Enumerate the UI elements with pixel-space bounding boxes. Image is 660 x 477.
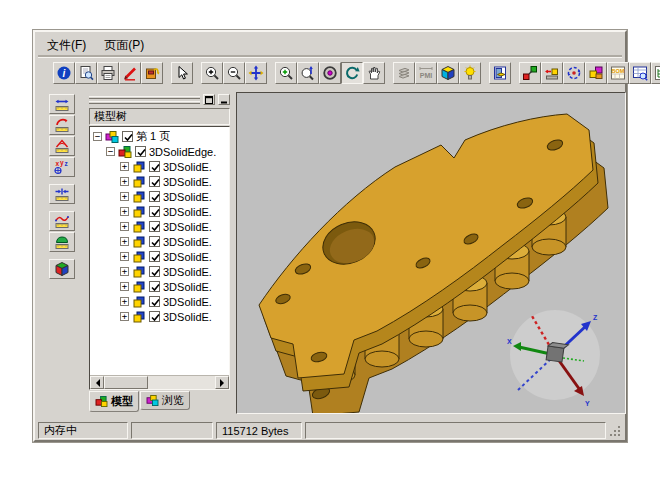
visibility-checkbox[interactable] [149,266,160,277]
tree-node-part[interactable]: +3DSolidE. [90,204,229,219]
structure-tree-button[interactable] [651,62,660,84]
measure-polyline-button[interactable] [49,211,75,231]
visibility-checkbox[interactable] [149,206,160,217]
panel-hide-button[interactable] [218,94,230,105]
bom-button[interactable]: BOM [607,62,629,84]
assembly-button[interactable] [585,62,607,84]
viewport-3d[interactable]: X Z Y [236,92,626,414]
tree-node-part[interactable]: +3DSolidE. [90,159,229,174]
visibility-checkbox[interactable] [149,311,160,322]
print-icon [100,65,116,81]
zoom-window-button[interactable] [275,62,297,84]
panel-maximize-button[interactable] [203,94,215,105]
rotate-animation-button[interactable] [563,62,585,84]
zoom-out-button[interactable] [223,62,245,84]
visibility-checkbox[interactable] [149,251,160,262]
collapse-toggle[interactable]: − [93,132,102,141]
visibility-checkbox[interactable] [149,296,160,307]
pmi-button[interactable]: PMI [415,62,437,84]
scrollbar-thumb[interactable] [104,376,148,389]
tree-node-part[interactable]: +3DSolidE. [90,294,229,309]
zoom-dynamic-button[interactable] [297,62,319,84]
render-settings-button[interactable] [489,62,511,84]
explode-button[interactable] [519,62,541,84]
tree-node-part[interactable]: +3DSolidE. [90,189,229,204]
tree-node-part[interactable]: +3DSolidE. [90,279,229,294]
panel-grip[interactable] [89,96,200,104]
parts-table-icon [632,65,648,81]
tree-node-label: 3DSolidE. [163,191,212,203]
collapse-toggle[interactable]: − [106,147,115,156]
pan-button[interactable] [245,62,267,84]
export-button[interactable] [141,62,163,84]
parts-table-button[interactable] [629,62,651,84]
tree-node-page[interactable]: − 第 1 页 [90,129,229,144]
visibility-checkbox[interactable] [149,221,160,232]
scroll-left-button[interactable] [90,376,104,389]
part-icon [132,311,146,323]
visibility-checkbox[interactable] [149,161,160,172]
print-button[interactable] [97,62,119,84]
measure-distance-button[interactable] [49,184,75,204]
tab-model[interactable]: 模型 [89,391,139,412]
render-settings-icon [492,65,508,81]
redline-button[interactable] [119,62,141,84]
check-icon [150,312,161,323]
horizontal-scrollbar[interactable] [90,375,229,389]
spin-button[interactable] [341,62,363,84]
tree-node-part[interactable]: +3DSolidE. [90,249,229,264]
tree-node-part[interactable]: +3DSolidE. [90,219,229,234]
measure-radius-button[interactable] [49,115,75,135]
tree-node-part[interactable]: +3DSolidE. [90,309,229,324]
zoom-out-icon [226,65,242,81]
expand-toggle[interactable]: + [120,312,129,321]
menu-page[interactable]: 页面(P) [95,35,153,56]
select-button[interactable] [171,62,193,84]
layers-button[interactable] [393,62,415,84]
expand-toggle[interactable]: + [120,282,129,291]
light-button[interactable] [459,62,481,84]
view3d-button[interactable] [437,62,459,84]
measure-angle-button[interactable] [49,136,75,156]
panel-title-bar[interactable] [89,93,230,106]
part-icon [132,221,146,233]
expand-toggle[interactable]: + [120,162,129,171]
tab-browse[interactable]: 浏览 [140,391,190,410]
hand-pan-button[interactable] [363,62,385,84]
scroll-right-button[interactable] [215,376,229,389]
visibility-checkbox[interactable] [149,176,160,187]
resize-grip[interactable] [609,423,622,438]
measure-area-button[interactable] [49,232,75,252]
expand-toggle[interactable]: + [120,207,129,216]
tree-node-part[interactable]: +3DSolidE. [90,174,229,189]
check-icon [136,147,147,158]
tree-node-part[interactable]: +3DSolidE. [90,264,229,279]
model-canvas: X Z Y [237,93,625,413]
orbit-button[interactable] [319,62,341,84]
navigation-ball[interactable]: X Z Y [507,310,600,407]
menu-file[interactable]: 文件(F) [38,35,95,56]
expand-toggle[interactable]: + [120,297,129,306]
tree-node-assembly[interactable]: − 3DSolidEdge. [90,144,229,159]
expand-toggle[interactable]: + [120,267,129,276]
visibility-checkbox[interactable] [149,236,160,247]
measure-length-button[interactable] [49,94,75,114]
move-part-button[interactable] [541,62,563,84]
print-preview-button[interactable] [75,62,97,84]
expand-toggle[interactable]: + [120,192,129,201]
tree-node-part[interactable]: +3DSolidE. [90,234,229,249]
expand-toggle[interactable]: + [120,177,129,186]
info-button[interactable]: i [53,62,75,84]
check-icon [150,252,161,263]
expand-toggle[interactable]: + [120,222,129,231]
tree-node-label: 3DSolidE. [163,221,212,233]
measure-volume-button[interactable] [49,259,75,279]
visibility-checkbox[interactable] [122,131,133,142]
visibility-checkbox[interactable] [149,191,160,202]
measure-coordinate-button[interactable]: xyz [49,157,75,177]
zoom-in-button[interactable] [201,62,223,84]
expand-toggle[interactable]: + [120,252,129,261]
visibility-checkbox[interactable] [149,281,160,292]
visibility-checkbox[interactable] [135,146,146,157]
expand-toggle[interactable]: + [120,237,129,246]
